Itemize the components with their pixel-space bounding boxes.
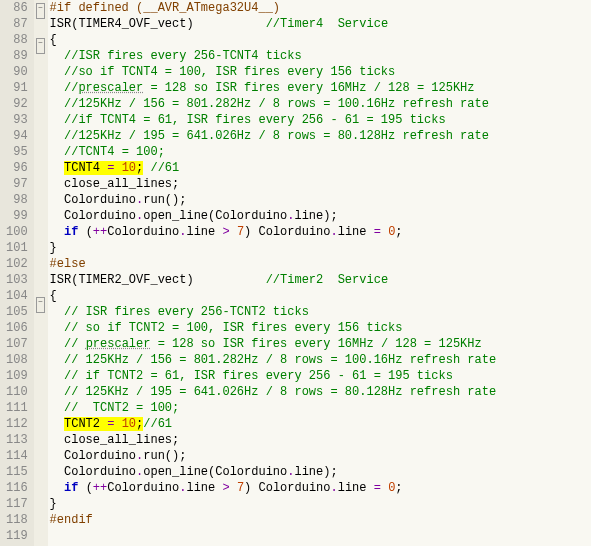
code-token <box>230 481 237 495</box>
line-number: 115 <box>6 464 28 480</box>
code-token: ; <box>172 433 179 447</box>
fold-marker <box>34 278 48 294</box>
code-line: #if defined (__AVR_ATmega32U4__) <box>50 0 591 16</box>
code-token: // <box>64 81 78 95</box>
code-token: if <box>64 225 78 239</box>
code-line: ISR(TIMER2_OVF_vect) //Timer2 Service <box>50 272 591 288</box>
line-number: 88 <box>6 32 28 48</box>
code-token: ; <box>395 225 402 239</box>
fold-marker <box>34 54 48 70</box>
code-token: ++ <box>93 225 107 239</box>
code-token: run <box>143 193 165 207</box>
code-token <box>50 385 64 399</box>
code-line: //TCNT4 = 100; <box>50 144 591 160</box>
code-token: { <box>50 33 57 47</box>
code-line: //125KHz / 156 = 801.282Hz / 8 rows = 10… <box>50 96 591 112</box>
code-token <box>50 401 64 415</box>
line-number: 107 <box>6 336 28 352</box>
code-line: close_all_lines; <box>50 176 591 192</box>
code-token: Colorduino <box>50 465 136 479</box>
code-token: ; <box>330 209 337 223</box>
code-token: > <box>222 481 229 495</box>
fold-marker[interactable]: − <box>34 38 48 54</box>
line-number: 94 <box>6 128 28 144</box>
code-token: ; <box>395 481 402 495</box>
code-token: ; <box>179 449 186 463</box>
line-number: 105 <box>6 304 28 320</box>
code-line: { <box>50 32 591 48</box>
code-token: // <box>64 337 86 351</box>
code-line: //prescaler = 128 so ISR fires every 16M… <box>50 80 591 96</box>
fold-marker <box>34 425 48 441</box>
code-token: Colorduino <box>50 209 136 223</box>
code-token: 7 <box>237 225 244 239</box>
code-line: //if TCNT4 = 61, ISR fires every 256 - 6… <box>50 112 591 128</box>
code-line: close_all_lines; <box>50 432 591 448</box>
line-number: 104 <box>6 288 28 304</box>
code-token: //61 <box>150 161 179 175</box>
line-number: 111 <box>6 400 28 416</box>
code-token: = 128 so ISR fires every 16MHz / 128 = 1… <box>143 81 474 95</box>
code-line: TCNT2 = 10;//61 <box>50 416 591 432</box>
code-token: close_all_lines <box>50 177 172 191</box>
code-line: #else <box>50 256 591 272</box>
code-line: Colorduino.open_line(Colorduino.line); <box>50 464 591 480</box>
code-token <box>50 161 64 175</box>
code-token <box>114 161 121 175</box>
code-token <box>50 305 64 319</box>
code-token: #if defined (__AVR_ATmega32U4__) <box>50 1 280 15</box>
code-token: TCNT2 <box>64 417 107 431</box>
code-token: // TCNT2 = 100; <box>64 401 179 415</box>
code-line: // ISR fires every 256-TCNT2 ticks <box>50 304 591 320</box>
line-number: 114 <box>6 448 28 464</box>
code-token: ( <box>86 481 93 495</box>
code-line: Colorduino.run(); <box>50 192 591 208</box>
code-token <box>78 481 85 495</box>
code-token: Colorduino <box>251 481 330 495</box>
code-line: // 125KHz / 195 = 641.026Hz / 8 rows = 8… <box>50 384 591 400</box>
code-line: if (++Colorduino.line > 7) Colorduino.li… <box>50 480 591 496</box>
code-token <box>50 321 64 335</box>
fold-marker <box>34 19 48 35</box>
code-token <box>230 225 237 239</box>
line-number: 89 <box>6 48 28 64</box>
code-token <box>50 145 64 159</box>
code-token: > <box>222 225 229 239</box>
code-token: Colorduino <box>215 465 287 479</box>
fold-marker <box>34 329 48 345</box>
code-area[interactable]: #if defined (__AVR_ATmega32U4__)ISR(TIME… <box>48 0 591 546</box>
code-line: ISR(TIMER4_OVF_vect) //Timer4 Service <box>50 16 591 32</box>
code-token: ISR <box>50 273 72 287</box>
fold-marker <box>34 262 48 278</box>
code-token: ( <box>86 225 93 239</box>
line-number: 86 <box>6 0 28 16</box>
code-line: if (++Colorduino.line > 7) Colorduino.li… <box>50 224 591 240</box>
code-token: // 125KHz / 156 = 801.282Hz / 8 rows = 1… <box>64 353 496 367</box>
code-token: } <box>50 497 57 511</box>
code-token <box>50 129 64 143</box>
line-number: 93 <box>6 112 28 128</box>
fold-marker[interactable]: − <box>34 3 48 19</box>
code-line <box>50 528 591 544</box>
code-line: // so if TCNT2 = 100, ISR fires every 15… <box>50 320 591 336</box>
code-token: Colorduino <box>50 449 136 463</box>
code-token: open_line <box>143 209 208 223</box>
code-token: line <box>294 465 323 479</box>
code-line: Colorduino.run(); <box>50 448 591 464</box>
line-number: 110 <box>6 384 28 400</box>
fold-marker <box>34 345 48 361</box>
line-number: 92 <box>6 96 28 112</box>
line-number: 108 <box>6 352 28 368</box>
code-token: prescaler <box>86 337 151 351</box>
fold-marker[interactable]: − <box>34 297 48 313</box>
code-token <box>114 417 121 431</box>
line-number: 116 <box>6 480 28 496</box>
fold-marker <box>34 102 48 118</box>
code-token: line <box>186 225 222 239</box>
fold-marker <box>34 86 48 102</box>
line-number: 90 <box>6 64 28 80</box>
code-token <box>50 369 64 383</box>
fold-marker <box>34 361 48 377</box>
line-number: 118 <box>6 512 28 528</box>
code-token: (TIMER2_OVF_vect) <box>71 273 265 287</box>
